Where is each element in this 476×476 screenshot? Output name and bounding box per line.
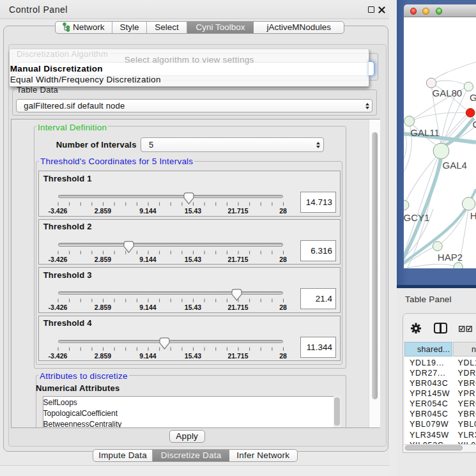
- svg-text:C: C: [473, 119, 476, 130]
- svg-text:H: H: [470, 210, 476, 221]
- svg-text:GAL11: GAL11: [410, 127, 440, 138]
- svg-text:GAL80: GAL80: [433, 88, 463, 98]
- svg-text:HAP2: HAP2: [438, 252, 463, 263]
- svg-text:GAL4: GAL4: [443, 160, 467, 171]
- svg-text:GCY1: GCY1: [404, 212, 429, 223]
- svg-text:GA: GA: [470, 92, 476, 103]
